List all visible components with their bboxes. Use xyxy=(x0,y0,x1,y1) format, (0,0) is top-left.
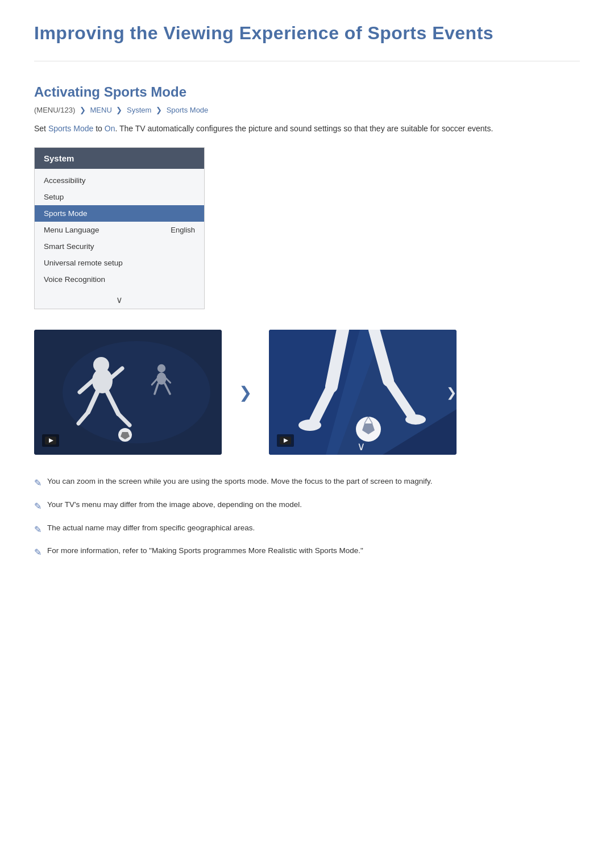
note-item-4: For more information, refer to "Making S… xyxy=(34,545,580,560)
menu-item-smart-security[interactable]: Smart Security xyxy=(35,238,204,255)
note-text-1: You can zoom in the screen while you are… xyxy=(47,475,433,488)
section-title: Activating Sports Mode xyxy=(34,84,580,100)
svg-point-24 xyxy=(298,420,321,431)
menu-item-accessibility-label: Accessibility xyxy=(44,176,86,185)
note-item-2: Your TV's menu may differ from the image… xyxy=(34,499,580,514)
menu-item-universal-remote[interactable]: Universal remote setup xyxy=(35,255,204,271)
menu-item-sports-mode[interactable]: Sports Mode xyxy=(35,205,204,222)
intro-text-mid: to xyxy=(93,124,104,133)
tv-image-after: ❯ ∨ xyxy=(269,330,457,455)
images-row: ❯ ❯ xyxy=(34,330,580,455)
intro-text: Set Sports Mode to On. The TV automatica… xyxy=(34,122,580,135)
menu-item-voice-recognition-label: Voice Recognition xyxy=(44,275,105,284)
image-icon-overlay-right xyxy=(277,434,294,447)
menu-item-voice-recognition[interactable]: Voice Recognition xyxy=(35,271,204,288)
intro-highlight-on: On xyxy=(105,124,115,133)
svg-point-27 xyxy=(405,414,426,425)
note-text-4: For more information, refer to "Making S… xyxy=(47,545,363,557)
svg-point-10 xyxy=(157,364,165,372)
svg-text:∨: ∨ xyxy=(357,440,366,452)
menu-item-accessibility[interactable]: Accessibility xyxy=(35,172,204,189)
breadcrumb: (MENU/123) ❯ MENU ❯ System ❯ Sports Mode xyxy=(34,106,580,114)
note-item-1: You can zoom in the screen while you are… xyxy=(34,475,580,491)
page-title: Improving the Viewing Experience of Spor… xyxy=(34,23,580,61)
svg-point-3 xyxy=(93,357,109,373)
intro-text-after: . The TV automatically configures the pi… xyxy=(115,124,493,133)
note-item-3: The actual name may differ from specific… xyxy=(34,522,580,537)
breadcrumb-arrow1: ❯ xyxy=(80,106,86,114)
menu-item-smart-security-label: Smart Security xyxy=(44,242,94,251)
intro-text-before: Set xyxy=(34,124,48,133)
tv-image-before xyxy=(34,330,222,455)
menu-item-setup[interactable]: Setup xyxy=(35,189,204,205)
system-menu: System Accessibility Setup Sports Mode M… xyxy=(34,147,205,309)
note-pencil-icon-2 xyxy=(34,499,42,514)
breadcrumb-menu[interactable]: MENU xyxy=(90,106,112,114)
breadcrumb-system[interactable]: System xyxy=(127,106,151,114)
notes-section: You can zoom in the screen while you are… xyxy=(34,475,580,559)
note-pencil-icon-4 xyxy=(34,545,42,560)
menu-item-menu-language[interactable]: Menu Language English xyxy=(35,222,204,238)
intro-highlight-sports-mode: Sports Mode xyxy=(48,124,93,133)
breadcrumb-arrow3: ❯ xyxy=(156,106,162,114)
menu-item-sports-mode-label: Sports Mode xyxy=(44,209,88,218)
menu-item-menu-language-label: Menu Language xyxy=(44,226,99,234)
menu-items-list: Accessibility Setup Sports Mode Menu Lan… xyxy=(35,169,204,291)
menu-chevron-down-icon: ∨ xyxy=(35,291,204,309)
image-icon-overlay-left xyxy=(42,434,59,447)
note-pencil-icon-3 xyxy=(34,522,42,537)
breadcrumb-arrow2: ❯ xyxy=(116,106,122,114)
note-text-2: Your TV's menu may differ from the image… xyxy=(47,499,302,511)
breadcrumb-sports-mode[interactable]: Sports Mode xyxy=(167,106,209,114)
menu-item-menu-language-value: English xyxy=(171,226,195,234)
menu-header: System xyxy=(35,148,204,169)
note-text-3: The actual name may differ from specific… xyxy=(47,522,255,534)
note-pencil-icon-1 xyxy=(34,476,42,491)
svg-point-1 xyxy=(63,341,210,443)
between-images-chevron: ❯ xyxy=(233,383,258,402)
breadcrumb-part1: (MENU/123) xyxy=(34,106,75,114)
menu-item-universal-remote-label: Universal remote setup xyxy=(44,259,123,267)
menu-item-setup-label: Setup xyxy=(44,193,64,201)
svg-text:❯: ❯ xyxy=(446,385,457,400)
